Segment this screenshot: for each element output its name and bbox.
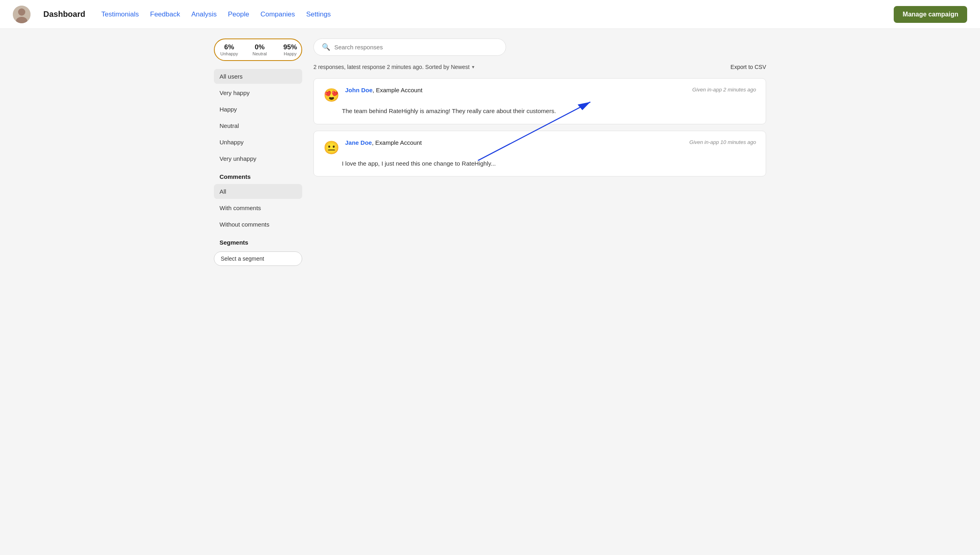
response-account-1: , Example Account xyxy=(372,87,422,93)
score-neutral: 0% Neutral xyxy=(251,43,268,56)
comments-section-label: Comments xyxy=(214,168,302,182)
nav-testimonials[interactable]: Testimonials xyxy=(101,10,139,18)
nav-companies[interactable]: Companies xyxy=(260,10,295,18)
response-account-2: , Example Account xyxy=(372,139,422,146)
response-time-2: Given in-app 10 minutes ago xyxy=(689,139,756,145)
filter-with-comments[interactable]: With comments xyxy=(214,201,302,215)
nav-settings[interactable]: Settings xyxy=(306,10,331,18)
response-time-1: Given in-app 2 minutes ago xyxy=(692,87,756,93)
nav-analysis[interactable]: Analysis xyxy=(191,10,217,18)
brand-title: Dashboard xyxy=(43,10,85,19)
response-card-1: 😍 John Doe, Example Account Given in-app… xyxy=(313,78,766,124)
search-bar[interactable]: 🔍 xyxy=(313,38,506,56)
export-csv-button[interactable]: Export to CSV xyxy=(730,64,766,70)
response-text-1: The team behind RateHighly is amazing! T… xyxy=(342,107,756,116)
filter-unhappy[interactable]: Unhappy xyxy=(214,135,302,150)
response-name-link-1[interactable]: John Doe xyxy=(345,87,372,93)
response-header-1: 😍 John Doe, Example Account Given in-app… xyxy=(323,87,756,103)
filter-neutral[interactable]: Neutral xyxy=(214,118,302,133)
chevron-down-icon: ▾ xyxy=(472,64,474,70)
response-text-2: I love the app, I just need this one cha… xyxy=(342,159,756,168)
nav-feedback[interactable]: Feedback xyxy=(150,10,180,18)
segments-section-label: Segments xyxy=(214,233,302,248)
response-name-2: Jane Doe, Example Account xyxy=(345,139,422,146)
search-input[interactable] xyxy=(334,44,498,51)
select-segment-button[interactable]: Select a segment xyxy=(214,251,302,266)
sidebar: 6% Unhappy 0% Neutral 95% Happy All user… xyxy=(214,38,302,545)
score-unhappy: 6% Unhappy xyxy=(220,43,238,56)
main-layout: 6% Unhappy 0% Neutral 95% Happy All user… xyxy=(201,29,779,555)
svg-point-1 xyxy=(18,8,25,16)
response-emoji-1: 😍 xyxy=(323,87,340,103)
response-name-link-2[interactable]: Jane Doe xyxy=(345,139,372,146)
search-icon: 🔍 xyxy=(322,43,330,51)
top-navigation: Dashboard Testimonials Feedback Analysis… xyxy=(0,0,980,29)
filter-happy[interactable]: Happy xyxy=(214,102,302,117)
filter-all-comments[interactable]: All xyxy=(214,184,302,199)
filter-very-unhappy[interactable]: Very unhappy xyxy=(214,151,302,166)
filter-very-happy[interactable]: Very happy xyxy=(214,85,302,100)
nav-people[interactable]: People xyxy=(228,10,249,18)
manage-campaign-button[interactable]: Manage campaign xyxy=(894,6,967,23)
content-area: 🔍 2 responses, latest response 2 minutes… xyxy=(313,38,766,545)
avatar xyxy=(13,6,30,23)
filter-without-comments[interactable]: Without comments xyxy=(214,217,302,232)
responses-meta: 2 responses, latest response 2 minutes a… xyxy=(313,62,766,72)
score-happy: 95% Happy xyxy=(281,43,299,56)
sort-selector[interactable]: 2 responses, latest response 2 minutes a… xyxy=(313,64,474,70)
filter-all-users[interactable]: All users xyxy=(214,69,302,84)
response-name-1: John Doe, Example Account xyxy=(345,87,423,93)
responses-count: 2 responses, latest response 2 minutes a… xyxy=(313,64,470,70)
response-header-2: 😐 Jane Doe, Example Account Given in-app… xyxy=(323,139,756,155)
score-pill: 6% Unhappy 0% Neutral 95% Happy xyxy=(214,38,302,61)
response-emoji-2: 😐 xyxy=(323,140,340,155)
response-card-2: 😐 Jane Doe, Example Account Given in-app… xyxy=(313,131,766,177)
main-nav: Testimonials Feedback Analysis People Co… xyxy=(101,10,881,18)
